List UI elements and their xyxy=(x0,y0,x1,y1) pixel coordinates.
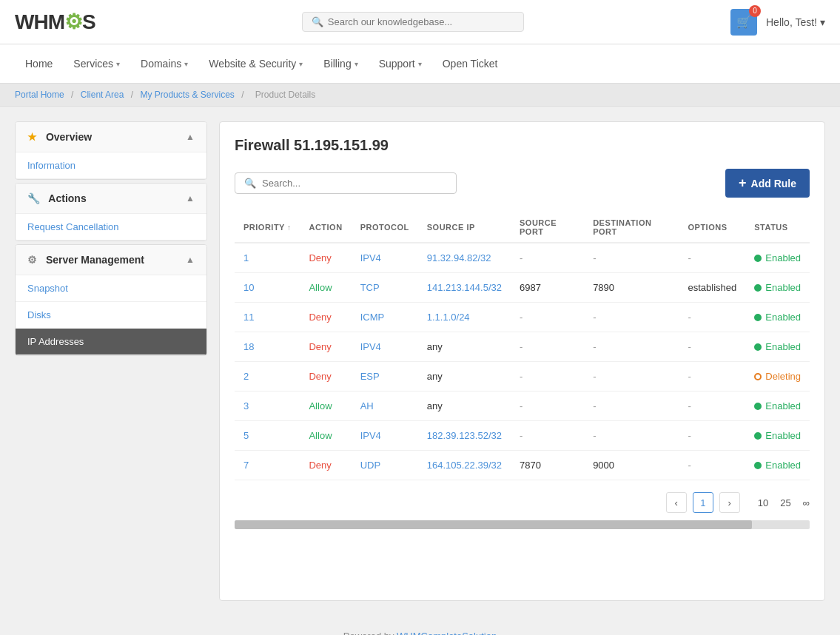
breadcrumb-product-details: Product Details xyxy=(255,90,315,100)
star-icon: ★ xyxy=(27,131,37,143)
cell-action: Deny xyxy=(300,362,351,392)
chevron-down-icon: ▾ xyxy=(116,60,120,68)
priority-link[interactable]: 18 xyxy=(243,341,254,352)
table-row: 11 Deny ICMP 1.1.1.0/24 - - - Enabled xyxy=(235,303,810,332)
chevron-down-icon: ▾ xyxy=(184,60,188,68)
cell-priority: 3 xyxy=(235,392,300,421)
cell-source-ip: 164.105.22.39/32 xyxy=(418,451,511,480)
breadcrumb-portal-home[interactable]: Portal Home xyxy=(15,90,64,100)
horizontal-scrollbar[interactable] xyxy=(235,520,810,529)
logo-gear: ⚙ xyxy=(64,10,82,33)
status-dot-icon xyxy=(754,462,762,469)
nav-website-security[interactable]: Website & Security ▾ xyxy=(198,44,313,83)
cell-protocol: AH xyxy=(352,392,418,421)
cell-dest-port: 9000 xyxy=(584,451,679,480)
chevron-up-icon: ▲ xyxy=(186,255,195,265)
page-size-25[interactable]: 25 xyxy=(780,497,790,508)
cell-priority: 18 xyxy=(235,332,300,362)
col-status: STATUS xyxy=(745,212,810,243)
protocol-link[interactable]: AH xyxy=(360,400,374,411)
cell-options: - xyxy=(679,421,745,451)
top-right-actions: 🛒 0 Hello, Test! ▾ xyxy=(730,3,825,41)
cart-button[interactable]: 🛒 0 xyxy=(730,9,757,36)
status-dot-icon xyxy=(754,403,762,410)
priority-link[interactable]: 2 xyxy=(243,371,249,382)
sort-up-icon: ↑ xyxy=(287,224,292,232)
protocol-link[interactable]: ICMP xyxy=(360,312,385,323)
cell-source-port: - xyxy=(511,332,584,362)
chevron-up-icon: ▲ xyxy=(186,193,195,204)
table-row: 2 Deny ESP any - - - Deleting xyxy=(235,362,810,392)
breadcrumb-client-area[interactable]: Client Area xyxy=(81,90,124,100)
cell-options: - xyxy=(679,362,745,392)
protocol-link[interactable]: IPV4 xyxy=(360,430,381,441)
sidebar-server-management-title: ⚙ Server Management xyxy=(27,254,144,266)
current-page[interactable]: 1 xyxy=(693,492,713,513)
next-page-button[interactable]: › xyxy=(719,492,740,513)
cell-dest-port: - xyxy=(584,392,679,421)
chevron-down-icon: ▾ xyxy=(820,16,825,28)
prev-page-button[interactable]: ‹ xyxy=(666,492,687,513)
cell-action: Allow xyxy=(300,392,351,421)
table-row: 7 Deny UDP 164.105.22.39/32 7870 9000 - … xyxy=(235,451,810,480)
cell-action: Deny xyxy=(300,303,351,332)
status-badge: Enabled xyxy=(754,341,801,352)
protocol-link[interactable]: UDP xyxy=(360,460,380,471)
sidebar-server-management-header[interactable]: ⚙ Server Management ▲ xyxy=(16,245,206,275)
nav-support[interactable]: Support ▾ xyxy=(369,44,432,83)
cell-source-ip: any xyxy=(418,332,511,362)
cell-source-port: - xyxy=(511,303,584,332)
nav-open-ticket[interactable]: Open Ticket xyxy=(432,44,508,83)
priority-link[interactable]: 10 xyxy=(243,282,254,293)
sidebar-item-disks[interactable]: Disks xyxy=(16,302,206,329)
protocol-link[interactable]: IPV4 xyxy=(360,341,381,352)
sidebar-actions-title: 🔧 Actions xyxy=(27,192,87,204)
page-size-all[interactable]: ∞ xyxy=(803,497,810,508)
add-rule-button[interactable]: + Add Rule xyxy=(725,169,810,198)
cell-protocol: ESP xyxy=(352,362,418,392)
protocol-link[interactable]: TCP xyxy=(360,282,380,293)
page-size-10[interactable]: 10 xyxy=(758,497,768,508)
nav-services[interactable]: Services ▾ xyxy=(63,44,130,83)
priority-link[interactable]: 11 xyxy=(243,312,254,323)
main-nav: Home Services ▾ Domains ▾ Website & Secu… xyxy=(0,44,840,84)
cell-dest-port: - xyxy=(584,303,679,332)
protocol-link[interactable]: ESP xyxy=(360,371,380,382)
cell-options: established xyxy=(679,273,745,303)
footer-link[interactable]: WHMCompleteSolution xyxy=(397,631,497,635)
cell-status: Enabled xyxy=(745,392,810,421)
protocol-link[interactable]: IPV4 xyxy=(360,252,381,263)
status-badge: Enabled xyxy=(754,282,801,293)
nav-home[interactable]: Home xyxy=(15,44,63,83)
knowledgebase-search-input[interactable] xyxy=(328,16,514,27)
cell-source-ip: any xyxy=(418,362,511,392)
priority-link[interactable]: 1 xyxy=(243,252,249,263)
user-greeting[interactable]: Hello, Test! ▾ xyxy=(766,3,825,41)
sidebar-item-ip-addresses[interactable]: IP Addresses xyxy=(16,329,206,355)
sidebar: ★ Overview ▲ Information 🔧 Actions ▲ Req… xyxy=(15,121,207,601)
cell-action: Deny xyxy=(300,332,351,362)
table-row: 5 Allow IPV4 182.39.123.52/32 - - - Enab… xyxy=(235,421,810,451)
scrollbar-thumb xyxy=(235,520,752,529)
cell-source-port: - xyxy=(511,362,584,392)
sidebar-actions-header[interactable]: 🔧 Actions ▲ xyxy=(16,184,206,214)
chevron-down-icon: ▾ xyxy=(355,60,358,68)
cell-dest-port: - xyxy=(584,332,679,362)
cell-action: Allow xyxy=(300,273,351,303)
priority-link[interactable]: 5 xyxy=(243,430,249,441)
table-header: PRIORITY ↑ ACTION PROTOCOL SOURCE IP SOU… xyxy=(235,212,810,243)
logo: WHM⚙S xyxy=(15,10,95,34)
sidebar-overview-header[interactable]: ★ Overview ▲ xyxy=(16,122,206,152)
firewall-search-input[interactable] xyxy=(262,178,447,189)
sidebar-item-information[interactable]: Information xyxy=(16,152,206,179)
nav-billing[interactable]: Billing ▾ xyxy=(313,44,368,83)
priority-link[interactable]: 3 xyxy=(243,400,249,411)
nav-domains[interactable]: Domains ▾ xyxy=(130,44,198,83)
col-destination-port: DESTINATION PORT xyxy=(584,212,679,243)
priority-link[interactable]: 7 xyxy=(243,460,249,471)
status-dot-icon xyxy=(754,343,762,351)
breadcrumb-my-products[interactable]: My Products & Services xyxy=(140,90,234,100)
breadcrumb: Portal Home / Client Area / My Products … xyxy=(0,84,840,107)
sidebar-item-snapshot[interactable]: Snapshot xyxy=(16,275,206,302)
sidebar-item-request-cancellation[interactable]: Request Cancellation xyxy=(16,214,206,241)
